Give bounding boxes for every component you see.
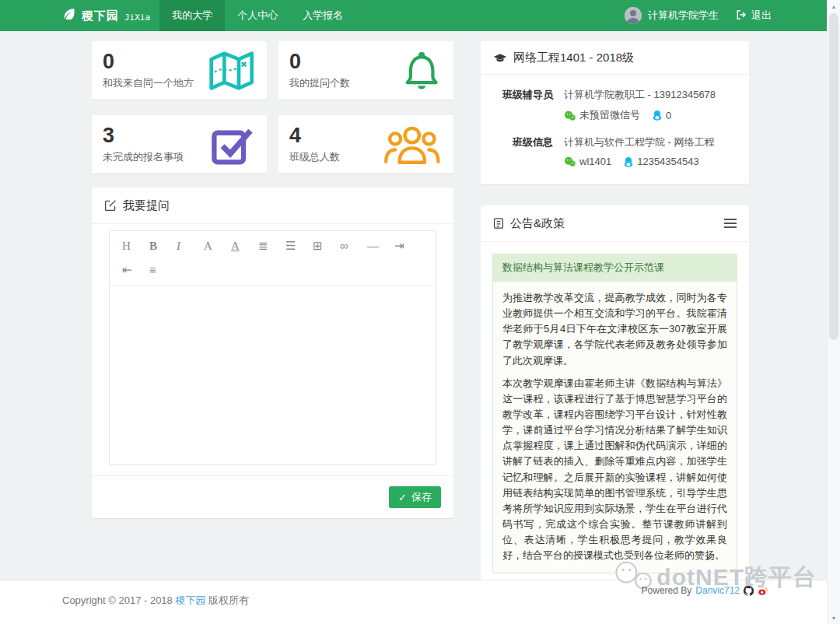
logout-label: 退出 [751, 9, 772, 23]
stat-text: 0 我的提问个数 [289, 51, 350, 90]
underline-icon[interactable]: A [228, 239, 255, 253]
ordered-list-icon[interactable]: ≣ [255, 239, 282, 253]
rich-text-editor: H B I A A ≣ ☰ ⊞ ∞ — ⇥ ⇤ ≡ [109, 230, 436, 465]
scrollbar-thumb[interactable] [829, 13, 838, 340]
editor-content-area[interactable] [110, 286, 436, 464]
stat-value: 0 [289, 51, 350, 72]
powered-prefix: Powered By [642, 585, 692, 596]
brand-footer-link[interactable]: 稷下园 [175, 594, 205, 606]
stat-text: 4 班级总人数 [289, 124, 340, 164]
notice-paragraph: 本次教学观摩课由霍老师主讲《数据结构与算法》这一课程，该课程进行了基于博思智慧学… [502, 376, 727, 564]
row-label: 班级辅导员 [492, 88, 553, 122]
edit-icon [104, 199, 117, 212]
document-icon [493, 217, 504, 230]
stats-grid: 0 和我来自同一个地方 0 我的提问个数 [92, 41, 453, 174]
logout-button[interactable]: 退出 [736, 9, 772, 23]
vertical-scrollbar[interactable]: ▲ ▼ [827, 0, 840, 624]
stat-label: 班级总人数 [289, 150, 340, 164]
weibo-icon[interactable] [758, 586, 768, 596]
stat-value: 4 [289, 124, 340, 146]
save-button-label: 保存 [411, 490, 432, 504]
copyright-text: Copyright © 2017 - 2018 稷下园 版权所有 [62, 594, 249, 608]
github-icon[interactable] [744, 586, 754, 596]
author-link[interactable]: Danvic712 [695, 585, 740, 596]
class-title: 网络工程1401 - 2018级 [513, 51, 634, 65]
heading-icon[interactable]: H [119, 239, 146, 253]
ask-question-header: 我要提问 [92, 188, 453, 224]
bold-icon[interactable]: B [146, 239, 173, 253]
nav-menu: 我的大学 个人中心 入学报名 [159, 0, 355, 31]
row-value: 计算机与软件工程学院 - 网络工程 wl1401 [564, 135, 715, 167]
wechat-value: wl1401 [579, 156, 611, 167]
editor-wrapper: H B I A A ≣ ☰ ⊞ ∞ — ⇥ ⇤ ≡ [92, 224, 453, 465]
qq-value: 0 [666, 110, 671, 121]
stat-label: 我的提问个数 [289, 76, 350, 90]
sign-out-icon [736, 9, 747, 23]
unordered-list-icon[interactable]: ☰ [282, 239, 310, 253]
notice-paragraph: 为推进教学改革交流，提高教学成效，同时为各专业教师提供一个相互交流和学习的平台。… [502, 290, 727, 369]
scroll-down-arrow[interactable]: ▼ [828, 612, 840, 624]
copyright-suffix: 版权所有 [208, 594, 249, 606]
qq-chip: 0 [653, 110, 671, 121]
copyright-prefix: Copyright © 2017 - 2018 [62, 594, 173, 606]
editor-toolbar: H B I A A ≣ ☰ ⊞ ∞ — ⇥ ⇤ ≡ [110, 231, 436, 286]
qq-icon [624, 156, 633, 167]
align-icon[interactable]: ≡ [146, 263, 173, 277]
brand-name: 稷下园 [82, 9, 119, 23]
italic-icon[interactable]: I [173, 239, 201, 253]
leaf-icon [62, 7, 76, 24]
users-icon [383, 124, 441, 165]
notice-text: 为推进教学改革交流，提高教学成效，同时为各专业教师提供一个相互交流和学习的平台。… [493, 282, 737, 573]
font-color-icon[interactable]: A [201, 239, 228, 253]
right-column: 网络工程1401 - 2018级 班级辅导员 计算机学院教职工 - 139123… [481, 41, 749, 616]
class-info-body: 班级辅导员 计算机学院教职工 - 13912345678 未预留微信号 [481, 75, 749, 184]
row-label: 班级信息 [492, 135, 553, 167]
scroll-up-arrow[interactable]: ▲ [828, 0, 840, 12]
nav-item-my-university[interactable]: 我的大学 [159, 0, 225, 31]
main-content: 0 和我来自同一个地方 0 我的提问个数 [92, 41, 749, 616]
nav-item-enrollment[interactable]: 入学报名 [290, 0, 355, 31]
brand[interactable]: 稷下园 JiXia [62, 0, 150, 31]
link-icon[interactable]: ∞ [337, 239, 364, 253]
save-button[interactable]: ✓ 保存 [389, 486, 441, 508]
outdent-icon[interactable]: ⇤ [119, 263, 146, 277]
table-icon[interactable]: ⊞ [310, 239, 337, 253]
menu-icon[interactable] [724, 215, 737, 232]
class-info-header: 网络工程1401 - 2018级 [481, 41, 749, 75]
nav-item-personal-center[interactable]: 个人中心 [225, 0, 290, 31]
counselor-text: 计算机学院教职工 - 13912345678 [564, 88, 716, 102]
contact-line: wl1401 12354354543 [564, 156, 715, 167]
question-panel-footer: ✓ 保存 [92, 475, 453, 518]
brand-subtitle: JiXia [124, 12, 150, 23]
navbar-user-area: 计算机学院学生 退出 [625, 0, 772, 31]
indent-icon[interactable]: ⇥ [391, 239, 418, 253]
class-info-panel: 网络工程1401 - 2018级 班级辅导员 计算机学院教职工 - 139123… [481, 41, 749, 184]
counselor-row: 班级辅导员 计算机学院教职工 - 13912345678 未预留微信号 [492, 88, 737, 122]
graduation-cap-icon [493, 53, 507, 63]
left-column: 0 和我来自同一个地方 0 我的提问个数 [92, 41, 453, 616]
powered-by: Powered By Danvic712 [642, 585, 768, 596]
qq-value: 12354354543 [637, 156, 699, 167]
class-detail-row: 班级信息 计算机与软件工程学院 - 网络工程 wl1401 [492, 135, 737, 167]
ask-question-panel: 我要提问 H B I A A ≣ ☰ ⊞ ∞ — ⇥ [92, 188, 453, 518]
top-navbar: 稷下园 JiXia 我的大学 个人中心 入学报名 计算机学院学生 退出 [0, 0, 840, 31]
stat-card-same-hometown: 0 和我来自同一个地方 [92, 41, 267, 100]
stat-card-my-questions: 0 我的提问个数 [278, 41, 453, 100]
announcement-title: 公告&政策 [510, 216, 565, 231]
stat-text: 3 未完成的报名事项 [103, 124, 184, 164]
check-icon: ✓ [398, 492, 407, 503]
stat-value: 0 [103, 51, 194, 72]
check-square-icon [210, 124, 254, 165]
horizontal-rule-icon[interactable]: — [364, 239, 391, 253]
wechat-chip: wl1401 [564, 156, 611, 167]
contact-line: 未预留微信号 0 [564, 108, 716, 122]
user-name[interactable]: 计算机学院学生 [648, 9, 719, 23]
qq-icon [653, 110, 662, 121]
map-icon [208, 51, 254, 91]
wechat-chip: 未预留微信号 [564, 108, 640, 122]
stat-label: 未完成的报名事项 [103, 150, 184, 164]
bell-icon [402, 51, 441, 91]
user-avatar[interactable] [625, 7, 642, 24]
notice-title[interactable]: 数据结构与算法课程教学公开示范课 [493, 254, 737, 282]
qq-chip: 12354354543 [624, 156, 699, 167]
